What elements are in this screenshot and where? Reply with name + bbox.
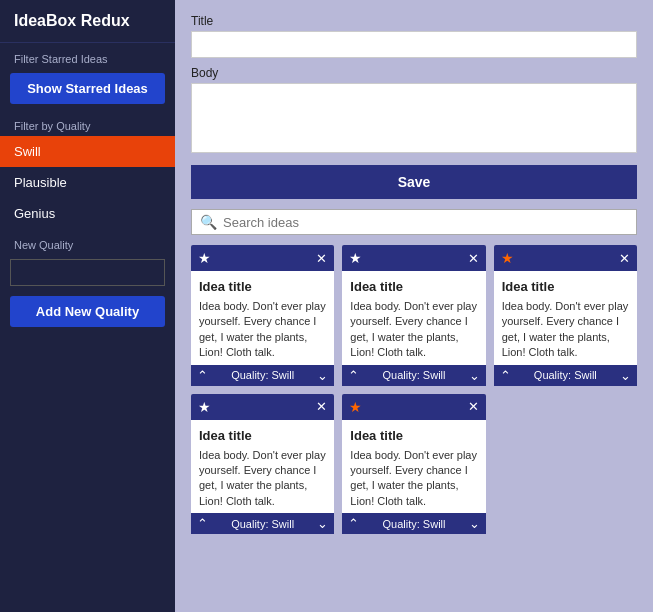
body-input[interactable] [191,83,637,153]
card-body: Idea title Idea body. Don't ever play yo… [342,420,485,514]
card-footer: ⌃ Quality: Swill ⌄ [342,365,485,386]
close-icon[interactable]: ✕ [619,251,630,266]
card-title: Idea title [199,279,326,294]
filter-starred-label: Filter Starred Ideas [0,43,175,69]
card-footer: ⌃ Quality: Swill ⌄ [191,513,334,534]
card-text: Idea body. Don't ever play yourself. Eve… [199,448,326,510]
arrow-down-icon[interactable]: ⌄ [620,368,631,383]
arrow-down-icon[interactable]: ⌄ [317,368,328,383]
star-icon[interactable]: ★ [349,399,362,415]
card-quality: Quality: Swill [231,369,294,381]
card-footer: ⌃ Quality: Swill ⌄ [494,365,637,386]
card-header: ★ ✕ [342,245,485,271]
idea-card: ★ ✕ Idea title Idea body. Don't ever pla… [191,245,334,386]
body-label: Body [191,66,637,80]
quality-item-plausible[interactable]: Plausible [0,167,175,198]
card-footer: ⌃ Quality: Swill ⌄ [342,513,485,534]
show-starred-button[interactable]: Show Starred Ideas [10,73,165,104]
arrow-up-icon[interactable]: ⌃ [197,516,208,531]
card-header: ★ ✕ [191,394,334,420]
arrow-down-icon[interactable]: ⌄ [469,516,480,531]
card-text: Idea body. Don't ever play yourself. Eve… [199,299,326,361]
star-icon[interactable]: ★ [349,250,362,266]
card-quality: Quality: Swill [534,369,597,381]
arrow-up-icon[interactable]: ⌃ [348,368,359,383]
arrow-up-icon[interactable]: ⌃ [500,368,511,383]
arrow-down-icon[interactable]: ⌄ [317,516,328,531]
card-footer: ⌃ Quality: Swill ⌄ [191,365,334,386]
search-input[interactable] [223,215,628,230]
idea-card: ★ ✕ Idea title Idea body. Don't ever pla… [342,394,485,535]
card-title: Idea title [199,428,326,443]
filter-quality-label: Filter by Quality [0,114,175,136]
idea-card: ★ ✕ Idea title Idea body. Don't ever pla… [494,245,637,386]
idea-card: ★ ✕ Idea title Idea body. Don't ever pla… [191,394,334,535]
app-title: IdeaBox Redux [0,0,175,43]
title-group: Title [191,14,637,58]
card-header: ★ ✕ [494,245,637,271]
quality-item-genius[interactable]: Genius [0,198,175,229]
card-title: Idea title [350,428,477,443]
arrow-up-icon[interactable]: ⌃ [348,516,359,531]
card-text: Idea body. Don't ever play yourself. Eve… [350,448,477,510]
save-button[interactable]: Save [191,165,637,199]
idea-card: ★ ✕ Idea title Idea body. Don't ever pla… [342,245,485,386]
close-icon[interactable]: ✕ [316,251,327,266]
star-icon[interactable]: ★ [198,399,211,415]
title-label: Title [191,14,637,28]
card-body: Idea title Idea body. Don't ever play yo… [494,271,637,365]
new-quality-label: New Quality [0,229,175,255]
card-header: ★ ✕ [191,245,334,271]
search-bar: 🔍 [191,209,637,235]
arrow-down-icon[interactable]: ⌄ [469,368,480,383]
card-body: Idea title Idea body. Don't ever play yo… [191,420,334,514]
card-quality: Quality: Swill [383,369,446,381]
cards-grid: ★ ✕ Idea title Idea body. Don't ever pla… [191,245,637,534]
card-header: ★ ✕ [342,394,485,420]
star-icon[interactable]: ★ [198,250,211,266]
card-text: Idea body. Don't ever play yourself. Eve… [350,299,477,361]
quality-item-swill[interactable]: Swill [0,136,175,167]
card-title: Idea title [502,279,629,294]
sidebar: IdeaBox Redux Filter Starred Ideas Show … [0,0,175,612]
arrow-up-icon[interactable]: ⌃ [197,368,208,383]
star-icon[interactable]: ★ [501,250,514,266]
add-quality-button[interactable]: Add New Quality [10,296,165,327]
card-title: Idea title [350,279,477,294]
card-text: Idea body. Don't ever play yourself. Eve… [502,299,629,361]
card-body: Idea title Idea body. Don't ever play yo… [191,271,334,365]
title-input[interactable] [191,31,637,58]
card-quality: Quality: Swill [383,518,446,530]
body-group: Body [191,66,637,157]
new-quality-input[interactable] [10,259,165,286]
close-icon[interactable]: ✕ [316,399,327,414]
main-content: Title Body Save 🔍 ★ ✕ Idea title Idea bo… [175,0,653,612]
close-icon[interactable]: ✕ [468,399,479,414]
close-icon[interactable]: ✕ [468,251,479,266]
card-body: Idea title Idea body. Don't ever play yo… [342,271,485,365]
card-quality: Quality: Swill [231,518,294,530]
search-icon: 🔍 [200,214,217,230]
